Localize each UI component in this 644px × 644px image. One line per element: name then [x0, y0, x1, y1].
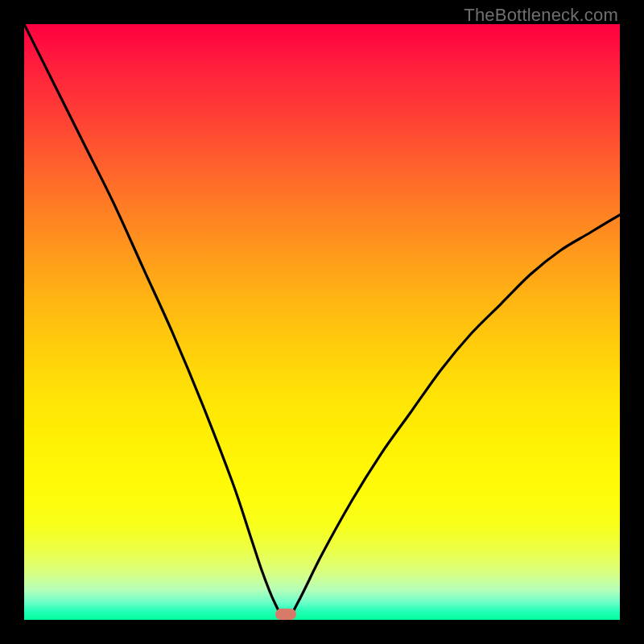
plot-area [24, 24, 620, 620]
optimal-point-marker [275, 609, 296, 620]
chart-frame: TheBottleneck.com [0, 0, 644, 644]
bottleneck-curve [24, 24, 620, 620]
attribution-label: TheBottleneck.com [464, 5, 618, 26]
